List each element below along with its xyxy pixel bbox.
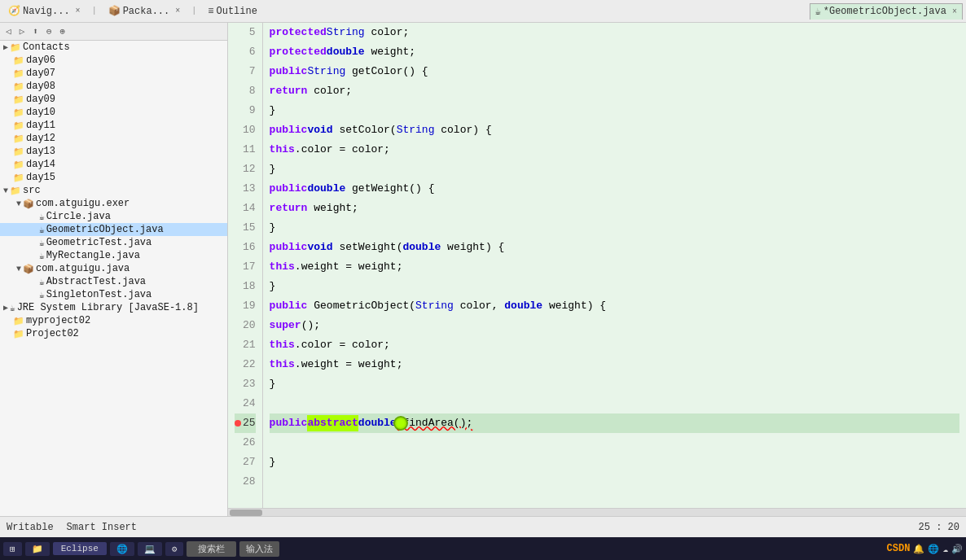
file-icon: ☕ xyxy=(815,6,821,18)
taskbar-notify[interactable]: 🔔 xyxy=(913,544,924,554)
tree-expand-arrow[interactable]: ▶ xyxy=(3,303,8,313)
tree-item[interactable]: 📁 day13 xyxy=(0,145,227,158)
code-line[interactable]: public String getColor() { xyxy=(270,62,959,81)
tab-packages-close[interactable]: × xyxy=(175,7,180,15)
tree-item[interactable]: 📁 day15 xyxy=(0,171,227,184)
line-number: 28 xyxy=(235,472,256,492)
code-line[interactable]: protected String color; xyxy=(270,23,959,42)
tab-navig[interactable]: 🧭 Navig... × xyxy=(3,3,86,19)
tree-item[interactable]: ☕ MyRectangle.java xyxy=(0,249,227,262)
tree-item[interactable]: 📁 Project02 xyxy=(0,327,227,340)
tree-item[interactable]: 📁 day06 xyxy=(0,54,227,67)
code-line[interactable]: this.weight = weight; xyxy=(270,355,959,374)
code-line[interactable]: return weight; xyxy=(270,199,959,218)
code-line[interactable]: public void setColor(String color) { xyxy=(270,120,959,140)
taskbar-terminal[interactable]: 💻 xyxy=(138,542,162,556)
tree-item[interactable]: ☕ AbstractTest.java xyxy=(0,275,227,288)
tab-navig-close[interactable]: × xyxy=(76,7,81,15)
tree-expand-arrow[interactable]: ▼ xyxy=(16,199,21,208)
code-line[interactable]: public void setWeight(double weight) { xyxy=(270,238,959,257)
tree-item-label: Project02 xyxy=(26,328,79,339)
taskbar-browser[interactable]: 🌐 xyxy=(110,542,134,556)
tree-item[interactable]: ▼ 📁 src xyxy=(0,184,227,197)
code-line[interactable] xyxy=(270,433,959,453)
taskbar-network[interactable]: 🌐 xyxy=(928,544,939,554)
tree-expand-arrow[interactable]: ▼ xyxy=(3,186,8,195)
tree-item[interactable]: ▶ ☕ JRE System Library [JavaSE-1.8] xyxy=(0,301,227,314)
toolbar-up[interactable]: ⬆ xyxy=(30,25,41,37)
taskbar-cloud[interactable]: ☁️ xyxy=(942,544,948,554)
code-line[interactable] xyxy=(270,472,959,492)
close-brace18: } xyxy=(270,278,276,295)
line-number: 5 xyxy=(235,23,256,42)
kw-double16: double xyxy=(402,239,441,256)
code-line[interactable]: } xyxy=(270,101,959,120)
tree-item[interactable]: ☕ GeometricTest.java xyxy=(0,236,227,249)
taskbar-settings[interactable]: ⚙️ xyxy=(165,542,184,556)
cursor-indicator xyxy=(393,416,408,431)
tree-expand-arrow[interactable]: ▶ xyxy=(3,42,8,52)
code-line[interactable]: } xyxy=(270,453,959,472)
scrollbar-thumb[interactable] xyxy=(230,510,262,516)
line-number: 10 xyxy=(235,120,256,140)
line-number: 17 xyxy=(235,257,256,277)
status-bar: Writable Smart Insert 25 : 20 xyxy=(0,516,966,537)
method-getweight: getWeight() { xyxy=(345,181,434,197)
tree-item-label: day15 xyxy=(26,172,55,183)
taskbar-files[interactable]: 📁 xyxy=(25,542,50,556)
toolbar-back[interactable]: ◁ xyxy=(3,25,14,37)
line-number: 21 xyxy=(235,335,256,355)
code-line[interactable]: protected double weight; xyxy=(270,42,959,62)
tree-item[interactable]: 📁 day08 xyxy=(0,80,227,93)
code-line[interactable]: super(); xyxy=(270,316,959,335)
tree-file-icon: 📁 xyxy=(13,107,24,118)
code-line[interactable]: public GeometricObject(String color, dou… xyxy=(270,296,959,316)
tab-file-close[interactable]: × xyxy=(952,7,957,16)
tree-item[interactable]: ▼ 📦 com.atguigu.exer xyxy=(0,197,227,210)
tree-item[interactable]: 📁 day09 xyxy=(0,93,227,106)
tree-item[interactable]: 📁 day11 xyxy=(0,119,227,132)
code-line[interactable]: } xyxy=(270,218,959,238)
code-line[interactable]: this.color = color; xyxy=(270,335,959,355)
code-line[interactable]: this.weight = weight; xyxy=(270,257,959,277)
taskbar-extra1[interactable]: 输入法 xyxy=(239,541,279,557)
kw-return8: return xyxy=(270,83,308,99)
tree-item[interactable]: ▶ 📁 Contacts xyxy=(0,41,227,54)
code-line[interactable]: public abstract double findArea(); xyxy=(270,413,959,433)
tree-item[interactable]: ☕ GeometricObject.java xyxy=(0,223,227,236)
taskbar-volume[interactable]: 🔊 xyxy=(951,544,963,554)
code-line[interactable]: } xyxy=(270,374,959,394)
tree-item[interactable]: 📁 day07 xyxy=(0,67,227,80)
tree-item[interactable]: 📁 day10 xyxy=(0,106,227,119)
tab-outline[interactable]: ≡ Outline xyxy=(203,4,262,19)
tree-item[interactable]: 📁 day14 xyxy=(0,158,227,171)
tree-item-label: day13 xyxy=(26,146,55,157)
tree-item[interactable]: 📁 myproject02 xyxy=(0,314,227,327)
code-line[interactable]: this.color = color; xyxy=(270,140,959,160)
code-line[interactable]: } xyxy=(270,160,959,179)
code-line[interactable]: public double getWeight() { xyxy=(270,179,959,199)
line-number: 13 xyxy=(235,179,256,199)
tab-packages[interactable]: 📦 Packa... × xyxy=(103,3,186,19)
code-line[interactable]: return color; xyxy=(270,81,959,101)
tree-expand-arrow[interactable]: ▼ xyxy=(16,265,21,273)
toolbar-forward[interactable]: ▷ xyxy=(17,25,28,37)
tree-item-label: SingletonTest.java xyxy=(46,289,152,300)
toolbar-expand[interactable]: ⊕ xyxy=(58,25,68,37)
code-editor[interactable]: protected String color; protected double… xyxy=(263,23,966,508)
horizontal-scrollbar[interactable] xyxy=(228,508,966,516)
tree-item[interactable]: ☕ SingletonTest.java xyxy=(0,288,227,301)
taskbar-eclipse[interactable]: Eclipse xyxy=(53,542,107,555)
code-line[interactable]: } xyxy=(270,277,959,296)
taskbar-windows[interactable]: ⊞ xyxy=(3,542,22,556)
tree-item[interactable]: ☕ Circle.java xyxy=(0,210,227,223)
assign-weight22: .weight = weight; xyxy=(295,357,403,373)
tab-file[interactable]: ☕ *GeometricObject.java × xyxy=(810,3,963,20)
tree-item[interactable]: 📁 day12 xyxy=(0,132,227,145)
toolbar-collapse[interactable]: ⊖ xyxy=(44,25,55,37)
tree-item[interactable]: ▼ 📦 com.atguigu.java xyxy=(0,262,227,275)
tree-file-icon: ☕ xyxy=(39,277,45,287)
taskbar-search[interactable]: 搜索栏 xyxy=(187,541,236,557)
tab-navig-label: Navig... xyxy=(23,6,70,17)
code-line[interactable] xyxy=(270,394,959,413)
